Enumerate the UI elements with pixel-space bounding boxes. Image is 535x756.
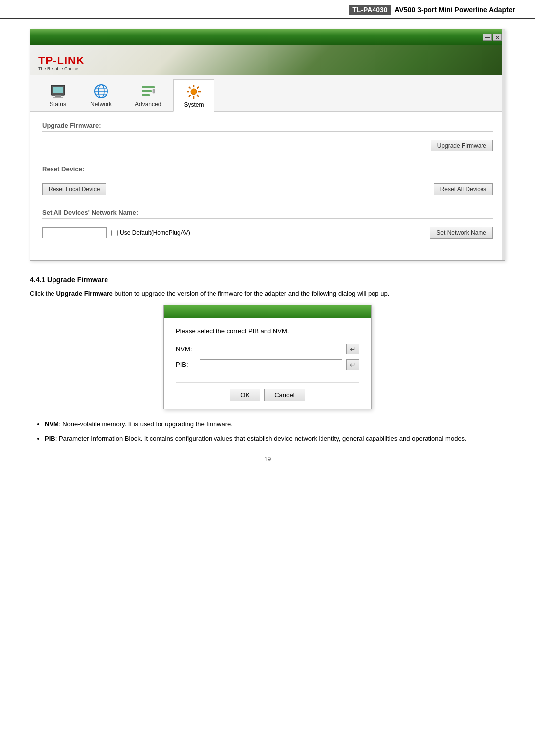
nvm-input[interactable] [200, 344, 342, 354]
network-name-input[interactable] [42, 227, 107, 238]
tab-status[interactable]: Status [38, 79, 78, 111]
svg-line-20 [197, 87, 199, 89]
svg-rect-10 [142, 90, 152, 92]
logo-tagline: The Reliable Choice [38, 67, 85, 72]
app-window: — ✕ TP-LINK The Reliable Choice [30, 29, 505, 261]
svg-rect-2 [55, 95, 61, 97]
advanced-icon [139, 82, 157, 100]
reset-all-devices-button[interactable]: Reset All Devices [434, 183, 493, 195]
nvm-definition: None-volatile memory. It is used for upg… [62, 420, 233, 428]
app-body: Upgrade Firmware: Upgrade Firmware Reset… [30, 112, 505, 260]
minimize-button[interactable]: — [483, 34, 492, 41]
set-network-name-title: Set All Devices' Network Name: [42, 209, 493, 219]
bullet-list: NVM: None-volatile memory. It is used fo… [45, 419, 505, 444]
page-header: TL-PA4030 AV500 3-port Mini Powerline Ad… [0, 0, 535, 19]
product-name: AV500 3-port Mini Powerline Adapter [395, 6, 516, 14]
app-header: TP-LINK The Reliable Choice [30, 45, 505, 75]
use-default-checkbox[interactable] [111, 230, 118, 236]
titlebar-controls: — ✕ [483, 34, 502, 41]
reset-device-content: Reset Local Device Reset All Devices [42, 181, 493, 199]
reset-device-section: Reset Device: Reset Local Device Reset A… [42, 165, 493, 199]
tab-status-label: Status [50, 101, 66, 108]
doc-paragraph: Click the Upgrade Firmware button to upg… [30, 289, 505, 299]
nvm-label: NVM: [176, 345, 196, 353]
dialog-box: Please select the correct PIB and NVM. N… [163, 305, 372, 409]
status-icon [49, 82, 67, 100]
svg-rect-9 [142, 86, 155, 88]
dialog-titlebar [164, 305, 371, 318]
svg-line-18 [189, 87, 191, 89]
pib-browse-icon: ↵ [350, 361, 356, 369]
doc-section: 4.4.1 Upgrade Firmware Click the Upgrade… [30, 276, 505, 444]
svg-line-21 [189, 95, 191, 97]
tp-link-logo: TP-LINK The Reliable Choice [38, 55, 85, 72]
svg-rect-3 [53, 97, 63, 98]
tab-system-label: System [184, 101, 204, 108]
title-bar: — ✕ [30, 29, 505, 45]
nvm-field: NVM: ↵ [176, 344, 359, 354]
network-name-row: Use Default(HomePlugAV) Set Network Name [42, 225, 493, 241]
doc-heading: 4.4.1 Upgrade Firmware [30, 276, 505, 284]
nvm-term: NVM [45, 420, 59, 428]
pib-label: PIB: [176, 361, 196, 368]
upgrade-firmware-section: Upgrade Firmware: Upgrade Firmware [42, 122, 493, 155]
svg-rect-1 [53, 87, 63, 93]
pib-definition: Parameter Information Block. It contains… [59, 435, 467, 442]
svg-rect-11 [142, 94, 150, 96]
pib-field: PIB: ↵ [176, 359, 359, 370]
network-icon [92, 82, 110, 100]
nvm-browse-icon: ↵ [350, 345, 356, 353]
dialog-message: Please select the correct PIB and NVM. [176, 327, 359, 335]
reset-device-title: Reset Device: [42, 165, 493, 175]
nav-tabs: Status Network [30, 75, 505, 112]
set-network-name-button[interactable]: Set Network Name [430, 227, 493, 239]
upgrade-firmware-bold: Upgrade Firmware [56, 290, 112, 297]
use-default-label: Use Default(HomePlugAV) [120, 229, 190, 236]
dialog-footer: OK Cancel [176, 382, 359, 401]
list-item-nvm: NVM: None-volatile memory. It is used fo… [45, 419, 505, 430]
scrollbar[interactable] [502, 29, 505, 260]
pib-term: PIB [45, 435, 55, 442]
upgrade-firmware-content: Upgrade Firmware [42, 138, 493, 155]
model-number: TL-PA4030 [349, 5, 390, 15]
page-number: 19 [30, 455, 505, 463]
logo-brand: TP-LINK [38, 55, 85, 67]
tab-advanced[interactable]: Advanced [124, 79, 171, 111]
pib-browse-button[interactable]: ↵ [346, 359, 359, 370]
dialog-ok-button[interactable]: OK [230, 389, 260, 401]
tab-network[interactable]: Network [80, 79, 122, 111]
close-button[interactable]: ✕ [493, 34, 502, 41]
upgrade-firmware-button[interactable]: Upgrade Firmware [431, 140, 493, 151]
tab-advanced-label: Advanced [135, 101, 161, 108]
dialog-body: Please select the correct PIB and NVM. N… [164, 318, 371, 409]
pib-input[interactable] [200, 359, 342, 370]
use-default-checkbox-label[interactable]: Use Default(HomePlugAV) [111, 229, 190, 236]
system-icon [185, 83, 203, 101]
svg-line-19 [197, 95, 199, 97]
svg-rect-12 [153, 89, 155, 93]
set-network-name-section: Set All Devices' Network Name: Use Defau… [42, 209, 493, 241]
reset-local-device-button[interactable]: Reset Local Device [42, 183, 106, 195]
list-item-pib: PIB: Parameter Information Block. It con… [45, 434, 505, 444]
nvm-browse-button[interactable]: ↵ [346, 344, 359, 354]
main-content: — ✕ TP-LINK The Reliable Choice [0, 19, 535, 473]
tab-network-label: Network [90, 101, 112, 108]
svg-point-13 [191, 89, 197, 95]
tab-system[interactable]: System [173, 79, 214, 112]
dialog-cancel-button[interactable]: Cancel [264, 389, 305, 401]
dialog-container: Please select the correct PIB and NVM. N… [30, 305, 505, 409]
upgrade-firmware-title: Upgrade Firmware: [42, 122, 493, 132]
